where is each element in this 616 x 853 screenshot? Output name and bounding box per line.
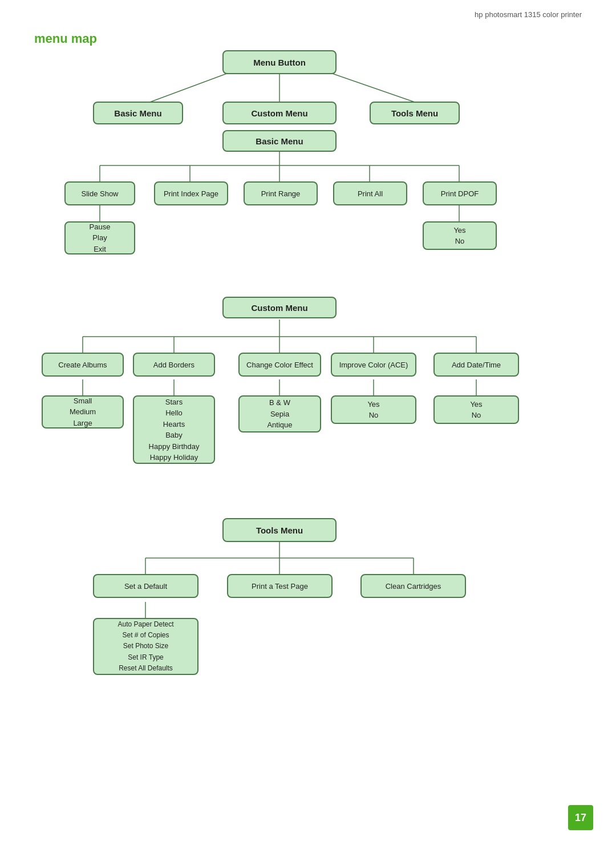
menu-map-title: menu map	[34, 31, 97, 46]
print-dpof-box: Print DPOF	[423, 181, 497, 205]
custom-menu-top-box: Custom Menu	[222, 102, 337, 124]
pause-play-exit-box: Pause Play Exit	[64, 221, 135, 254]
print-all-box: Print All	[333, 181, 407, 205]
custom-menu-section-box: Custom Menu	[222, 297, 337, 318]
print-range-box: Print Range	[244, 181, 318, 205]
auto-paper-detect-box: Auto Paper Detect Set # of Copies Set Ph…	[93, 618, 198, 675]
change-color-effect-box: Change Color Effect	[238, 353, 321, 377]
page-header: hp photosmart 1315 color printer	[475, 10, 582, 19]
print-index-page-box: Print Index Page	[154, 181, 228, 205]
yes-no-2-box: Yes No	[331, 395, 416, 424]
improve-color-box: Improve Color (ACE)	[331, 353, 416, 377]
print-test-page-box: Print a Test Page	[227, 574, 333, 598]
create-albums-box: Create Albums	[42, 353, 124, 377]
svg-line-2	[331, 73, 416, 103]
tools-menu-section-box: Tools Menu	[222, 518, 337, 542]
small-medium-large-box: Small Medium Large	[42, 395, 124, 428]
basic-menu-section-box: Basic Menu	[222, 130, 337, 152]
set-a-default-box: Set a Default	[93, 574, 198, 598]
clean-cartridges-box: Clean Cartridges	[360, 574, 466, 598]
bw-sepia-antique-box: B & W Sepia Antique	[238, 395, 321, 432]
page-number: 17	[568, 805, 593, 830]
yes-no-3-box: Yes No	[433, 395, 519, 424]
stars-hello-box: Stars Hello Hearts Baby Happy Birthday H…	[133, 395, 215, 464]
svg-line-0	[148, 73, 228, 103]
slide-show-box: Slide Show	[64, 181, 135, 205]
tools-menu-top-box: Tools Menu	[370, 102, 460, 124]
add-borders-box: Add Borders	[133, 353, 215, 377]
basic-menu-top-box: Basic Menu	[93, 102, 183, 124]
menu-button-box: Menu Button	[222, 50, 337, 74]
add-date-time-box: Add Date/Time	[433, 353, 519, 377]
yes-no-1-box: Yes No	[423, 221, 497, 250]
